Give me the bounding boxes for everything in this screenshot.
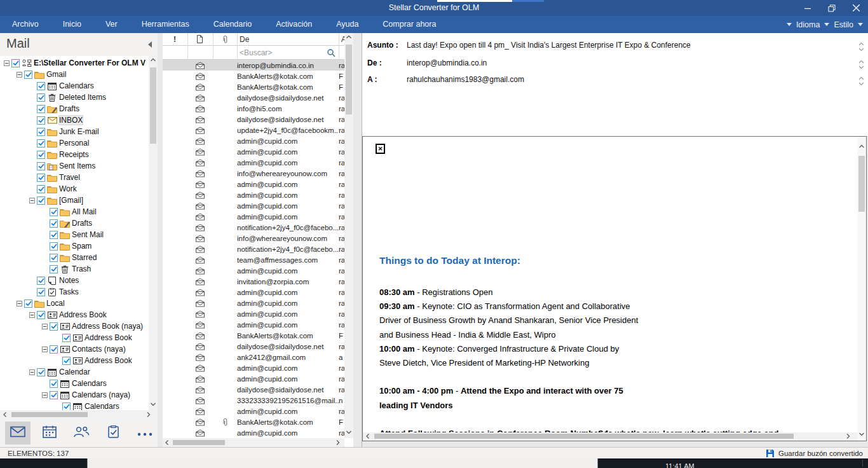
tree-item[interactable]: Contacts (naya) — [0, 343, 149, 355]
folder-checkbox[interactable] — [37, 128, 45, 136]
collapse-expander-icon[interactable] — [29, 198, 35, 203]
tree-item[interactable]: Travel — [0, 172, 149, 183]
folder-checkbox[interactable] — [37, 368, 45, 376]
message-row[interactable]: BankAlerts@kotak.comF — [163, 330, 344, 341]
folder-checkbox[interactable] — [37, 116, 45, 125]
message-row[interactable]: team@affmessages.comra — [163, 254, 344, 265]
tree-item[interactable]: Address Book — [0, 355, 149, 366]
chevron-down-icon[interactable] — [787, 23, 792, 26]
column-from[interactable]: De — [240, 35, 249, 44]
body-horizontal-scrollbar[interactable] — [363, 432, 857, 441]
folder-checkbox[interactable] — [37, 311, 45, 319]
language-menu[interactable]: Idioma — [796, 20, 820, 29]
menu-item-comprar-ahora[interactable]: Comprar ahora — [370, 16, 448, 33]
message-row[interactable]: admin@cupid.comra — [163, 373, 344, 384]
menu-item-activación[interactable]: Activación — [264, 16, 324, 33]
folder-checkbox[interactable] — [37, 139, 45, 148]
style-menu[interactable]: Estilo — [834, 20, 853, 29]
folder-checkbox[interactable] — [62, 403, 71, 411]
folder-checkbox[interactable] — [50, 345, 58, 354]
chevron-down-icon[interactable] — [858, 23, 863, 26]
message-row[interactable]: info@whereareyounow.comra — [163, 233, 344, 244]
search-icon[interactable] — [327, 48, 336, 60]
message-row[interactable]: admin@cupid.comra — [163, 308, 344, 319]
message-row[interactable]: admin@cupid.comra — [163, 406, 344, 416]
panel-splitter[interactable] — [353, 33, 362, 447]
list-horizontal-scrollbar[interactable] — [163, 438, 344, 447]
tree-item[interactable]: Gmail — [0, 69, 149, 80]
tree-item[interactable]: Calendars — [0, 378, 149, 389]
paperclip-icon[interactable] — [222, 35, 228, 46]
message-row[interactable]: admin@cupid.comra — [163, 427, 344, 438]
nav-mail-button[interactable] — [5, 422, 31, 444]
folder-checkbox[interactable] — [37, 185, 45, 193]
tree-item[interactable]: Calendars — [0, 401, 149, 410]
message-row[interactable]: admin@cupid.comra — [163, 362, 344, 373]
minimize-button[interactable] — [796, 0, 820, 16]
panel-splitter[interactable] — [158, 33, 163, 447]
tree-item[interactable]: Notes — [0, 275, 149, 286]
folder-checkbox[interactable] — [37, 93, 45, 102]
message-row[interactable]: admin@cupid.comra — [163, 179, 344, 189]
tree-vertical-scrollbar[interactable] — [149, 56, 158, 410]
folder-checkbox[interactable] — [24, 299, 32, 308]
message-row[interactable]: admin@cupid.comra — [163, 319, 344, 330]
nav-more-button[interactable] — [132, 422, 158, 444]
message-row[interactable]: dailydose@sidailydose.netra — [163, 114, 344, 125]
tree-item[interactable]: Personal — [0, 137, 149, 149]
message-row[interactable]: admin@cupid.comra — [163, 298, 344, 308]
tree-item[interactable]: Starred — [0, 252, 149, 263]
message-row[interactable]: update+2jy4_f0c@facebookm...ra — [163, 125, 344, 135]
message-row[interactable]: admin@cupid.comra — [163, 265, 344, 276]
message-row[interactable]: admin@cupid.comra — [163, 146, 344, 157]
tree-item[interactable]: Deleted Items — [0, 92, 149, 103]
menu-item-inicio[interactable]: Inicio — [51, 16, 93, 33]
folder-checkbox[interactable] — [50, 322, 58, 331]
message-row[interactable]: BankAlerts@kotak.comF — [163, 416, 344, 427]
message-row[interactable]: info@hi5.comra — [163, 103, 344, 114]
tree-item[interactable]: Sent Items — [0, 160, 149, 172]
folder-checkbox[interactable] — [37, 174, 45, 182]
message-row[interactable]: admin@cupid.comra — [163, 200, 344, 211]
tree-item[interactable]: All Mail — [0, 206, 149, 217]
restore-button[interactable] — [820, 0, 844, 16]
message-row[interactable]: admin@cupid.comra — [163, 135, 344, 146]
tree-item[interactable]: E:\Stellar Converter For OLM V — [0, 57, 149, 69]
nav-tasks-button[interactable] — [100, 422, 126, 444]
tree-item[interactable]: INBOX — [0, 114, 149, 126]
document-icon[interactable] — [196, 35, 203, 45]
folder-checkbox[interactable] — [37, 196, 45, 205]
message-row[interactable]: BankAlerts@kotak.comF — [163, 81, 344, 92]
close-button[interactable] — [844, 0, 868, 16]
nav-calendar-button[interactable] — [37, 422, 62, 444]
menu-item-ayuda[interactable]: Ayuda — [324, 16, 370, 33]
menu-item-archivo[interactable]: Archivo — [0, 16, 51, 33]
tree-item[interactable]: Spam — [0, 240, 149, 252]
tree-item[interactable]: [Gmail] — [0, 195, 149, 206]
folder-checkbox[interactable] — [50, 231, 58, 239]
collapse-expander-icon[interactable] — [42, 392, 48, 398]
collapse-sidebar-icon[interactable] — [148, 41, 152, 48]
menu-item-calendario[interactable]: Calendario — [201, 16, 264, 33]
message-row[interactable]: notification+2jy4_f0c@facebo...ra — [163, 222, 344, 233]
folder-checkbox[interactable] — [50, 219, 58, 228]
chevron-down-icon[interactable] — [824, 23, 829, 26]
tree-item[interactable]: Drafts — [0, 217, 149, 229]
tree-item[interactable]: Calendars (naya) — [0, 389, 149, 401]
tree-item[interactable]: Trash — [0, 263, 149, 275]
folder-checkbox[interactable] — [37, 162, 45, 170]
message-row[interactable]: BankAlerts@kotak.comF — [163, 71, 344, 81]
field-scroll-arrows[interactable] — [858, 42, 864, 52]
tree-item[interactable]: Calendar — [0, 366, 149, 378]
folder-checkbox[interactable] — [50, 254, 58, 262]
save-mailbox-button[interactable]: Guardar buzón convertido — [766, 449, 863, 458]
folder-checkbox[interactable] — [62, 357, 71, 365]
message-row[interactable]: invitation@zorpia.comra — [163, 276, 344, 287]
folder-checkbox[interactable] — [37, 105, 45, 113]
tree-item[interactable]: Tasks — [0, 286, 149, 298]
tree-item[interactable]: Local — [0, 298, 149, 309]
collapse-expander-icon[interactable] — [29, 369, 35, 375]
folder-checkbox[interactable] — [50, 208, 58, 216]
menu-item-ver[interactable]: Ver — [93, 16, 130, 33]
tree-item[interactable]: Address Book (naya) — [0, 320, 149, 332]
